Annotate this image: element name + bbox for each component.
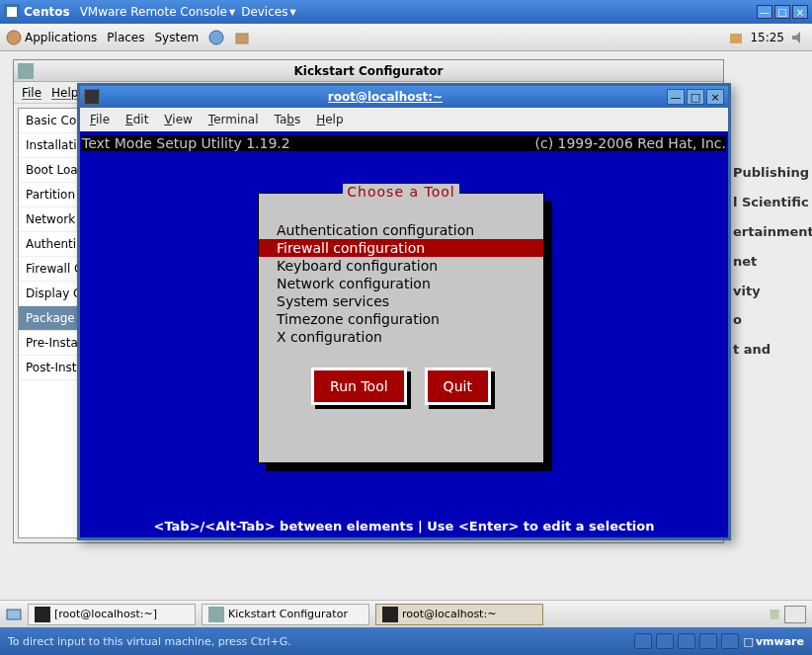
close-button[interactable]: × [792, 5, 808, 19]
places-menu[interactable]: Places [107, 31, 144, 44]
tool-item[interactable]: Authentication configuration [259, 221, 543, 239]
terminal-window: root@localhost:~ — □ × File Edit View Te… [77, 83, 731, 540]
term-menu-edit[interactable]: Edit [125, 113, 148, 126]
tool-item[interactable]: Timezone configuration [259, 310, 543, 328]
svg-rect-5 [730, 34, 742, 43]
term-menu-tabs[interactable]: Tabs [275, 113, 301, 126]
term-menu-help[interactable]: Help [316, 113, 343, 126]
gnome-bottom-panel: [root@localhost:~] Kickstart Configurato… [0, 600, 812, 627]
partial-text: ertainment [733, 217, 812, 247]
ks-menu-help[interactable]: Help [51, 86, 78, 100]
device-indicator[interactable] [678, 633, 695, 649]
tui-panel: Choose a Tool Authentication configurati… [258, 193, 544, 463]
tool-list[interactable]: Authentication configurationFirewall con… [259, 221, 543, 346]
clock[interactable]: 15:25 [750, 31, 784, 44]
status-message: To direct input to this virtual machine,… [8, 635, 291, 648]
minimize-button[interactable]: — [757, 5, 772, 19]
svg-rect-11 [382, 607, 398, 622]
gnome-top-panel: Applications Places System 15:25 [0, 24, 812, 51]
device-indicator[interactable] [634, 633, 652, 649]
partial-text: o [733, 305, 812, 335]
svg-rect-9 [35, 607, 50, 622]
partial-text: Publishing [733, 158, 812, 188]
terminal-body[interactable]: Text Mode Setup Utility 1.19.2 (c) 1999-… [80, 131, 728, 537]
vmware-brand: □ vmware [743, 635, 804, 648]
workspace-switcher[interactable] [784, 606, 806, 623]
task-kickstart[interactable]: Kickstart Configurator [202, 604, 369, 625]
svg-rect-4 [236, 34, 248, 43]
term-min-button[interactable]: — [667, 89, 685, 105]
svg-point-3 [209, 31, 223, 44]
partial-text: l Scientific [733, 188, 812, 217]
trash-icon[interactable] [767, 606, 782, 621]
chevron-down-icon: ▼ [289, 8, 295, 17]
partial-text: net [733, 247, 812, 277]
ks-menu-file[interactable]: File [22, 86, 41, 100]
device-indicator[interactable] [656, 633, 674, 649]
partial-right-panel: Publishingl Scientificertainmentnetvityo… [731, 158, 812, 484]
term-max-button[interactable]: □ [687, 89, 704, 105]
terminal-icon [84, 89, 100, 105]
vm-menu-console[interactable]: VMware Remote Console▼ [80, 5, 236, 19]
app-icon [18, 63, 34, 79]
terminal-icon [382, 607, 398, 622]
run-tool-button[interactable]: Run Tool [311, 368, 407, 405]
kickstart-titlebar: Kickstart Configurator [14, 60, 723, 82]
svg-rect-10 [208, 607, 224, 622]
app-icon [208, 607, 224, 622]
svg-rect-7 [18, 63, 34, 79]
term-close-button[interactable]: × [706, 89, 724, 105]
util-title: Text Mode Setup Utility 1.19.2 [82, 135, 290, 151]
vmware-logo-icon [4, 4, 20, 20]
svg-point-2 [7, 31, 21, 44]
term-menu-view[interactable]: View [164, 113, 192, 126]
tool-item[interactable]: Firewall configuration [259, 239, 543, 257]
tool-item[interactable]: X configuration [259, 328, 543, 346]
desktop: Kickstart Configurator File Help Basic C… [0, 51, 812, 600]
apps-icon [6, 30, 22, 45]
chevron-down-icon: ▼ [229, 8, 235, 17]
applications-menu[interactable]: Applications [6, 30, 97, 45]
term-menu-terminal[interactable]: Terminal [208, 113, 259, 126]
util-copyright: (c) 1999-2006 Red Hat, Inc. [534, 135, 726, 151]
svg-rect-8 [7, 610, 21, 619]
task-terminal-2[interactable]: root@localhost:~ [375, 604, 543, 625]
task-terminal-1[interactable]: [root@localhost:~] [28, 604, 196, 625]
device-indicator[interactable] [699, 633, 717, 649]
show-desktop-icon[interactable] [6, 607, 22, 622]
partial-text: t and [733, 335, 812, 365]
svg-marker-6 [792, 32, 800, 43]
svg-rect-1 [7, 7, 17, 17]
partial-text: vity [733, 277, 812, 306]
terminal-menubar: File Edit View Terminal Tabs Help [80, 108, 728, 131]
term-menu-file[interactable]: File [90, 113, 110, 126]
maximize-button[interactable]: □ [774, 5, 790, 19]
tool-item[interactable]: Keyboard configuration [259, 257, 543, 275]
terminal-title: root@localhost:~ [104, 90, 667, 104]
quit-button[interactable]: Quit [425, 368, 491, 405]
tui-hint: <Tab>/<Alt-Tab> between elements | Use <… [80, 519, 728, 533]
terminal-titlebar[interactable]: root@localhost:~ — □ × [80, 86, 728, 108]
update-icon[interactable] [728, 30, 744, 45]
terminal-icon [35, 607, 50, 622]
vm-menu-devices[interactable]: Devices▼ [241, 5, 295, 19]
globe-icon[interactable] [208, 30, 224, 45]
package-icon[interactable] [234, 30, 250, 45]
vm-title: Centos [24, 5, 70, 19]
vmware-titlebar: Centos VMware Remote Console▼ Devices▼ —… [0, 0, 812, 24]
device-indicator[interactable] [721, 633, 739, 649]
tool-item[interactable]: System services [259, 292, 543, 310]
speaker-icon[interactable] [790, 30, 806, 45]
system-menu[interactable]: System [154, 31, 199, 44]
kickstart-title: Kickstart Configurator [294, 64, 444, 78]
panel-title: Choose a Tool [343, 184, 458, 200]
tool-item[interactable]: Network configuration [259, 275, 543, 292]
vmware-statusbar: To direct input to this virtual machine,… [0, 627, 812, 655]
